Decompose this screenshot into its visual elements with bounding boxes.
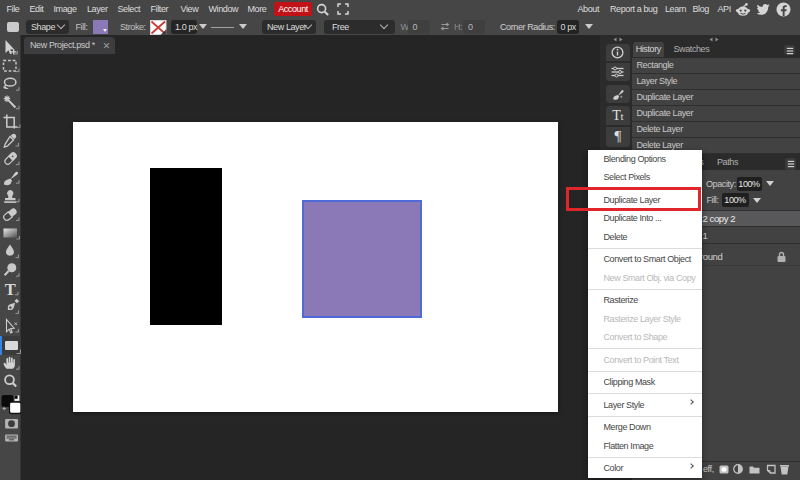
svg-text:T: T <box>5 280 16 299</box>
